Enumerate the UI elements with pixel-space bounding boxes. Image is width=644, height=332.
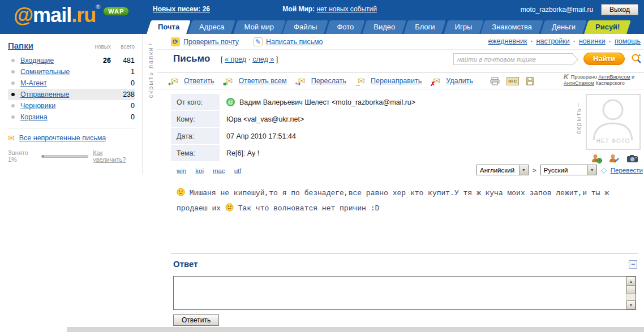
tab-dating[interactable]: Знакомства [483,20,541,34]
folder-drafts[interactable]: Черновики 0 [8,100,135,111]
search-button[interactable]: Найти [583,53,625,65]
folder-bullet-icon [11,59,15,62]
antivirus-link[interactable]: АнтиВирусом [598,74,630,80]
tab-mail[interactable]: Почта [149,20,188,34]
reply-action[interactable]: ✉↩ Ответить [171,76,214,86]
reply-all-action[interactable]: ✉↞ Ответить всем [225,76,286,86]
column-total-label: всего [111,44,135,50]
help-link[interactable]: помощь [615,37,641,45]
translate-link[interactable]: Перевести [611,167,643,174]
mailbox-search-box [453,53,573,65]
encoding-links: win koi mac utf [177,167,242,174]
tab-paint[interactable]: Рисуй! [586,20,629,34]
search-input[interactable] [454,54,573,64]
all-unread-row[interactable]: ✉ Все непрочтенные письма [8,133,135,143]
wap-badge[interactable]: WAP [103,7,129,16]
scroll-up-icon[interactable]: ▲ [626,277,636,286]
scroll-thumb[interactable] [626,286,636,294]
quota-upgrade-link[interactable]: Как увеличить? [93,149,135,163]
antispam-link[interactable]: АнтиСпамом [564,80,594,86]
redirect-action[interactable]: ✉→ Перенаправить [358,76,422,86]
reply-submit-button[interactable]: Ответить [173,314,219,326]
tab-video[interactable]: Видео [364,20,404,34]
collapse-reply-button[interactable]: − [629,260,637,269]
prev-letter-link[interactable]: « пред [225,55,246,63]
mail-toolbar: ⟳ Проверить почту ✎ Написать письмо ежед… [157,34,644,50]
folders-title-link[interactable]: Папки [8,41,33,50]
dropdown-arrow-icon: ▼ [587,165,596,175]
my-world-events-link[interactable]: нет новых событий [316,5,377,13]
tab-my-world[interactable]: Мой мир [235,20,284,34]
hide-photo-label: скрыть [575,107,582,134]
next-letter-link[interactable]: след » [252,55,274,63]
folder-bullet-icon [11,104,15,107]
encoding-koi-link[interactable]: koi [195,167,204,174]
tab-photo[interactable]: Фото [328,20,363,34]
check-mail-item[interactable]: ⟳ Проверить почту [171,37,239,46]
settings-link[interactable]: настройки [536,37,570,45]
folder-trash[interactable]: Корзина 0 [8,111,135,123]
tab-contacts[interactable]: Адреса [190,20,233,34]
new-mail-link[interactable]: Новых писем: 26 [153,5,210,13]
reply-textarea[interactable] [173,276,636,310]
scroll-down-icon[interactable]: ▼ [626,300,636,309]
logout-button[interactable]: Выход [601,4,638,15]
delete-action[interactable]: ✉✗ Удалить [433,76,473,86]
message-body: Мишаня не кипешуй,то я по безнадеге,все … [177,186,629,216]
encoding-win-link[interactable]: win [177,167,186,174]
mailru-logo[interactable]: @mail.ru®WAP [14,3,129,27]
daybook-link[interactable]: ежедневник [488,37,527,45]
subject-value: Re[6]: Ау ! [220,145,259,161]
smiley-icon [225,203,234,212]
add-contact-icon[interactable] [591,154,602,163]
camera-icon[interactable] [626,154,638,163]
folders-header: Папки новых всего [8,41,135,50]
language-to-select[interactable]: Русский ▼ [540,165,597,175]
folder-sent[interactable]: Отправленные 238 [8,89,135,100]
logo-ru-text: .ru [71,3,96,27]
logo-text: mail [33,3,71,27]
encoding-mac-link[interactable]: mac [213,167,225,174]
tab-files[interactable]: Файлы [285,20,326,34]
all-unread-link: Все непрочтенные письма [19,134,106,142]
from-label: От кого: [171,94,220,110]
body-line-2: продаеш их Так что волноватся нет причин… [177,201,629,216]
compose-link: Написать письмо [266,38,323,46]
folder-suspicious[interactable]: Сомнительные 1 [8,66,135,77]
sender-photo-placeholder: НЕТ ФОТО [586,94,641,150]
encoding-utf-link[interactable]: utf [234,167,242,174]
save-icon[interactable] [526,77,534,85]
forward-icon: ✉↪ [298,76,308,86]
hide-photo-control[interactable]: ↓ скрыть [575,101,582,135]
textarea-scrollbar[interactable]: ▲ ▼ [626,277,636,309]
forward-action[interactable]: ✉↪ Переслать [298,76,346,86]
footer-strip [67,327,644,332]
agent-status-icon[interactable]: @ [226,98,235,106]
folder-bullet-icon [11,115,15,119]
my-world-label: Мой Мир: [282,5,315,13]
advanced-search-icon[interactable]: + [630,53,642,64]
compose-item[interactable]: ✎ Написать письмо [254,37,323,46]
main-tabs: Почта Адреса Мой мир Файлы Фото Видео Бл… [149,20,629,34]
kaspersky-icon: K [564,74,569,80]
print-icon[interactable] [490,77,500,85]
svg-text:+: + [638,53,641,58]
language-from-select[interactable]: Английский ▼ [476,165,529,175]
quota-progress-bar [41,155,88,158]
tab-games[interactable]: Игры [446,20,482,34]
collapse-folders-strip[interactable]: ← скрыть папки [144,40,157,170]
reply-section-title: Ответ [173,259,198,269]
tab-money[interactable]: Деньги [543,20,585,34]
folder-bullet-icon [11,81,15,85]
main-content: ⟳ Проверить почту ✎ Написать письмо ежед… [157,34,644,332]
header-date-row: Дата: 07 Апр 2010 17:51:44 [171,128,578,144]
folder-inbox[interactable]: Входящие 26 481 [8,55,135,66]
folder-m-agent[interactable]: М-Агент 0 [8,77,135,89]
edit-contact-icon[interactable] [609,154,620,163]
rfc-source-icon[interactable]: RFC [506,77,519,85]
collapse-arrow-icon: ← [148,40,154,46]
top-bar: @mail.ru®WAP Новых писем: 26 Мой Мир: не… [0,0,644,34]
news-link[interactable]: новинки [579,37,606,45]
folder-total-count: 481 [111,57,135,64]
tab-blogs[interactable]: Блоги [406,20,444,34]
